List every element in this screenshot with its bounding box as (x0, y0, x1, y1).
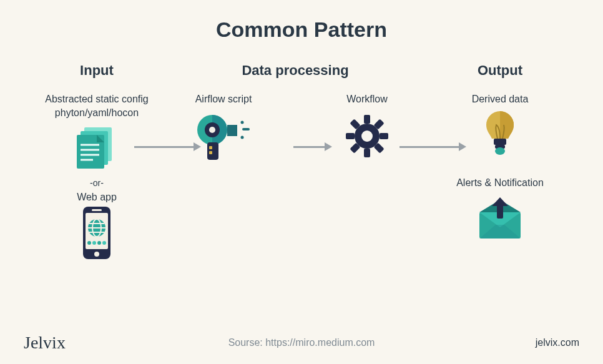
mail-upload-icon (428, 194, 572, 244)
site-url: jelvix.com (536, 337, 579, 348)
workflow-cell: Workflow (320, 92, 414, 164)
config-label: Abstracted static config phyton/yaml/hoc… (31, 92, 162, 119)
svg-rect-25 (207, 142, 218, 160)
webapp-label: Web app (31, 190, 162, 204)
source-url: https://miro.medium.com (265, 337, 375, 348)
svg-point-19 (97, 241, 101, 245)
phone-globe-icon (31, 209, 162, 259)
config-label-line1: Abstracted static config (45, 94, 148, 104)
arrow-airflow-to-workflow (293, 142, 332, 151)
workflow-label: Workflow (320, 92, 414, 106)
svg-point-18 (92, 241, 96, 245)
svg-rect-11 (92, 209, 102, 211)
svg-point-28 (241, 121, 244, 124)
svg-point-40 (361, 130, 373, 142)
footer: Jelvix Sourse: https://miro.medium.com j… (0, 333, 603, 353)
svg-rect-29 (242, 128, 250, 130)
diagram-columns: Input Abstracted static config phyton/ya… (0, 62, 603, 262)
column-output: Output Derived data Alerts & Notificatio… (428, 62, 572, 262)
page-title: Common Pattern (0, 0, 603, 42)
output-heading: Output (428, 62, 572, 79)
arrow-workflow-to-output (400, 142, 466, 151)
or-separator: -or- (31, 178, 162, 188)
source-line: Sourse: https://miro.medium.com (0, 337, 603, 348)
svg-rect-32 (364, 115, 370, 124)
alerts-label: Alerts & Notification (428, 176, 572, 190)
svg-rect-35 (380, 133, 388, 139)
hairdryer-icon (177, 111, 270, 161)
svg-marker-49 (492, 197, 508, 206)
airflow-label: Airflow script (177, 92, 270, 106)
svg-rect-34 (346, 133, 355, 139)
svg-rect-26 (209, 146, 212, 149)
svg-rect-27 (209, 151, 212, 154)
svg-rect-33 (364, 149, 370, 157)
svg-point-20 (102, 241, 106, 245)
svg-point-24 (209, 127, 215, 133)
svg-rect-41 (494, 139, 506, 145)
processing-heading: Data processing (177, 62, 414, 79)
column-input: Input Abstracted static config phyton/ya… (31, 62, 162, 262)
gear-icon (320, 111, 414, 161)
svg-rect-48 (497, 205, 503, 219)
derived-label: Derived data (428, 92, 572, 106)
input-heading: Input (31, 62, 162, 79)
airflow-cell: Airflow script (177, 92, 270, 164)
column-processing: Data processing Airflow script (177, 62, 414, 262)
source-prefix: Sourse: (228, 337, 266, 348)
arrow-input-to-airflow (134, 142, 201, 151)
svg-point-30 (241, 135, 244, 139)
svg-point-43 (495, 147, 505, 155)
svg-point-17 (87, 241, 91, 245)
svg-point-10 (94, 252, 99, 257)
config-label-line2: phyton/yaml/hocon (55, 107, 139, 118)
jelvix-logo: Jelvix (24, 333, 66, 353)
svg-rect-21 (227, 125, 237, 136)
